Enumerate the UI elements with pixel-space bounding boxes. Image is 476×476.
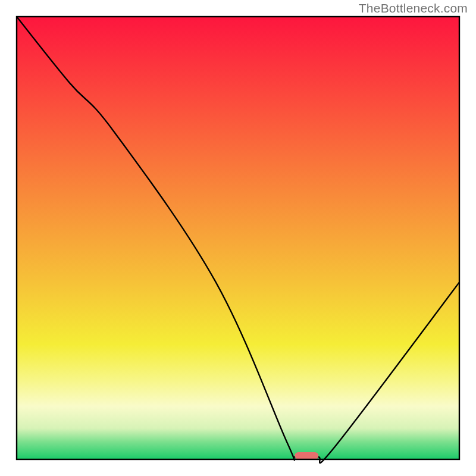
optimal-marker — [295, 452, 318, 459]
gradient-background — [17, 17, 459, 459]
watermark-text: TheBottleneck.com — [359, 1, 468, 15]
chart-container: TheBottleneck.com — [0, 0, 476, 476]
bottleneck-chart — [0, 0, 476, 476]
